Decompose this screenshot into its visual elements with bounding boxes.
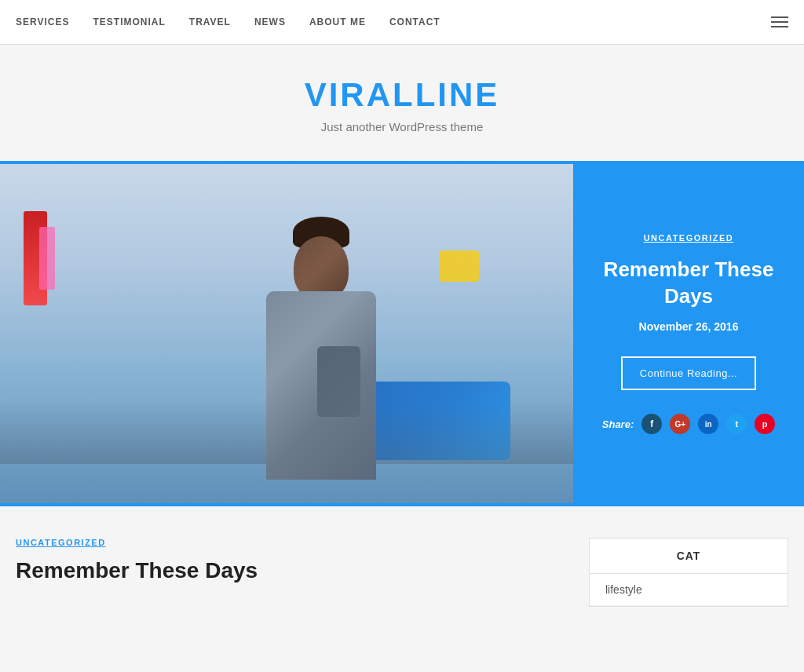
nav-item-news[interactable]: NEWS: [254, 16, 286, 27]
featured-category[interactable]: UNCATEGORIZED: [644, 233, 734, 243]
person-figure: [235, 228, 407, 480]
continue-reading-button[interactable]: Continue Reading...: [621, 356, 756, 390]
nav-item-services[interactable]: SERVICES: [16, 16, 69, 27]
site-title: VIRALLINE: [16, 76, 788, 114]
main-nav: SERVICES TESTIMONIAL TRAVEL NEWS ABOUT M…: [0, 0, 804, 45]
widget-title: CAT: [590, 539, 788, 574]
nav-item-travel[interactable]: TRAVEL: [189, 16, 231, 27]
pinterest-share-icon[interactable]: p: [755, 414, 775, 434]
site-header: VIRALLINE Just another WordPress theme: [0, 45, 804, 161]
person-body: [266, 291, 376, 480]
facebook-share-icon[interactable]: f: [641, 414, 662, 434]
featured-section: UNCATEGORIZED Remember These Days Novemb…: [0, 161, 804, 506]
pink-sign: [39, 227, 55, 290]
nav-items: SERVICES TESTIMONIAL TRAVEL NEWS ABOUT M…: [16, 16, 440, 27]
hamburger-line-2: [771, 21, 788, 23]
person-head: [294, 236, 349, 299]
nav-hamburger-button[interactable]: [771, 16, 788, 27]
featured-info-panel: UNCATEGORIZED Remember These Days Novemb…: [573, 164, 804, 503]
yellow-sign: [440, 250, 479, 282]
nav-item-about-me[interactable]: ABOUT ME: [309, 16, 366, 27]
categories-widget: CAT lifestyle: [589, 538, 788, 607]
nav-item-contact[interactable]: CONTACT: [389, 16, 440, 27]
sidebar: CAT lifestyle: [573, 538, 804, 638]
share-label: Share:: [602, 418, 634, 430]
hamburger-line-3: [771, 26, 788, 27]
post-title-lower: Remember These Days: [16, 557, 557, 585]
lower-section: UNCATEGORIZED Remember These Days CAT li…: [0, 506, 804, 638]
site-tagline: Just another WordPress theme: [16, 120, 788, 133]
featured-date: November 26, 2016: [639, 320, 739, 333]
linkedin-share-icon[interactable]: in: [698, 414, 718, 434]
featured-title: Remember These Days: [597, 257, 780, 310]
twitter-share-icon[interactable]: t: [726, 414, 747, 434]
street: [0, 456, 573, 503]
category-lifestyle[interactable]: lifestyle: [590, 574, 788, 606]
share-row: Share: f G+ in t p: [602, 414, 775, 434]
nav-item-testimonial[interactable]: TESTIMONIAL: [93, 16, 165, 27]
googleplus-share-icon[interactable]: G+: [670, 414, 690, 434]
post-category-link[interactable]: UNCATEGORIZED: [16, 538, 557, 547]
hamburger-line-1: [771, 16, 788, 18]
featured-image: [0, 164, 573, 503]
main-content: UNCATEGORIZED Remember These Days: [0, 538, 573, 638]
person-bag: [317, 346, 360, 417]
